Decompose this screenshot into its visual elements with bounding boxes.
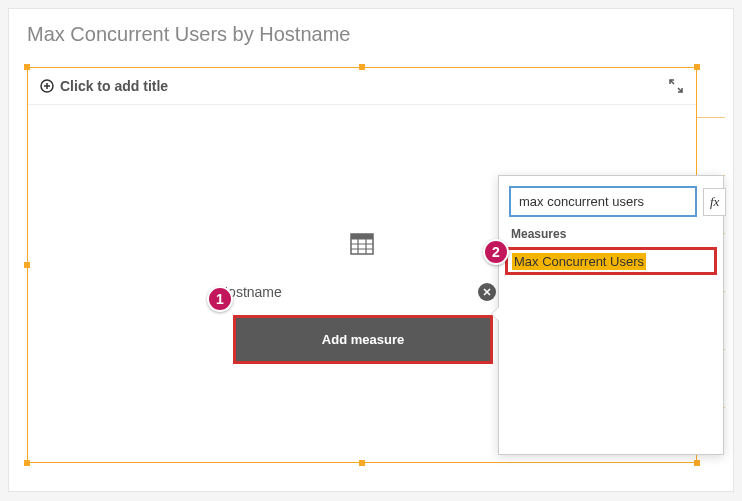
remove-dimension-button[interactable] (478, 283, 496, 301)
close-icon (482, 287, 492, 297)
dimension-row: Hostname (218, 283, 496, 301)
measure-search-input[interactable] (509, 186, 697, 217)
visualization-header: Click to add title (28, 68, 696, 105)
svg-rect-2 (351, 234, 373, 239)
add-measure-button[interactable]: Add measure (233, 315, 493, 364)
measure-option-highlight: Max Concurrent Users (505, 247, 717, 275)
add-title-button[interactable]: Click to add title (40, 78, 168, 94)
plus-circle-icon (40, 79, 54, 93)
measure-picker-popover: fx Measures Max Concurrent Users (498, 175, 724, 455)
panel-title: Max Concurrent Users by Hostname (9, 9, 733, 56)
measure-option[interactable]: Max Concurrent Users (512, 253, 646, 270)
expression-editor-button[interactable]: fx (703, 188, 726, 216)
callout-badge-2: 2 (483, 239, 509, 265)
expand-icon[interactable] (668, 78, 684, 94)
add-measure-highlight: Add measure (233, 315, 493, 364)
search-row: fx (499, 176, 723, 223)
callout-badge-1: 1 (207, 286, 233, 312)
table-icon (350, 233, 374, 259)
measures-section-label: Measures (499, 223, 723, 247)
add-title-label: Click to add title (60, 78, 168, 94)
